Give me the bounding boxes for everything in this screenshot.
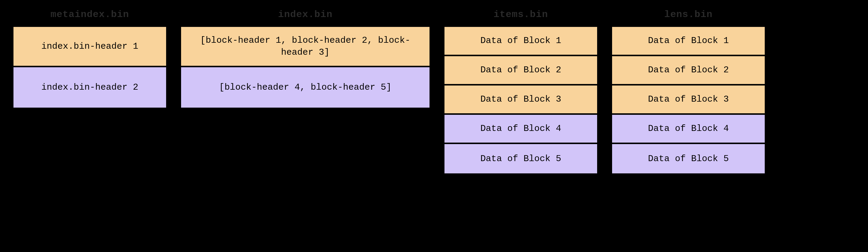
items-cell-3: Data of Block 3	[444, 85, 597, 115]
metaindex-cell-1: index.bin-header 1	[13, 27, 166, 67]
lens-cell-5: Data of Block 5	[612, 144, 765, 173]
metaindex-cell-2: index.bin-header 2	[13, 67, 166, 108]
column-title-metaindex: metaindex.bin	[12, 9, 167, 20]
items-cell-5: Data of Block 5	[444, 144, 597, 173]
items-cell-1: Data of Block 1	[444, 27, 597, 56]
box-group-lens: Data of Block 1 Data of Block 2 Data of …	[611, 26, 766, 175]
lens-cell-1: Data of Block 1	[612, 27, 765, 56]
lens-cell-4: Data of Block 4	[612, 115, 765, 144]
column-lens: lens.bin Data of Block 1 Data of Block 2…	[611, 9, 766, 175]
items-cell-2: Data of Block 2	[444, 56, 597, 85]
lens-cell-3: Data of Block 3	[612, 85, 765, 115]
index-cell-2: [block-header 4, block-header 5]	[181, 67, 430, 108]
column-items: items.bin Data of Block 1 Data of Block …	[443, 9, 599, 175]
items-cell-4: Data of Block 4	[444, 115, 597, 144]
lens-cell-2: Data of Block 2	[612, 56, 765, 85]
box-group-index: [block-header 1, block-header 2, block-h…	[180, 26, 431, 109]
index-cell-1: [block-header 1, block-header 2, block-h…	[181, 27, 430, 67]
box-group-metaindex: index.bin-header 1 index.bin-header 2	[12, 26, 167, 109]
column-title-items: items.bin	[443, 9, 599, 20]
column-title-index: index.bin	[180, 9, 431, 20]
column-title-lens: lens.bin	[611, 9, 766, 20]
box-group-items: Data of Block 1 Data of Block 2 Data of …	[443, 26, 599, 175]
column-index: index.bin [block-header 1, block-header …	[180, 9, 431, 109]
column-metaindex: metaindex.bin index.bin-header 1 index.b…	[12, 9, 167, 109]
